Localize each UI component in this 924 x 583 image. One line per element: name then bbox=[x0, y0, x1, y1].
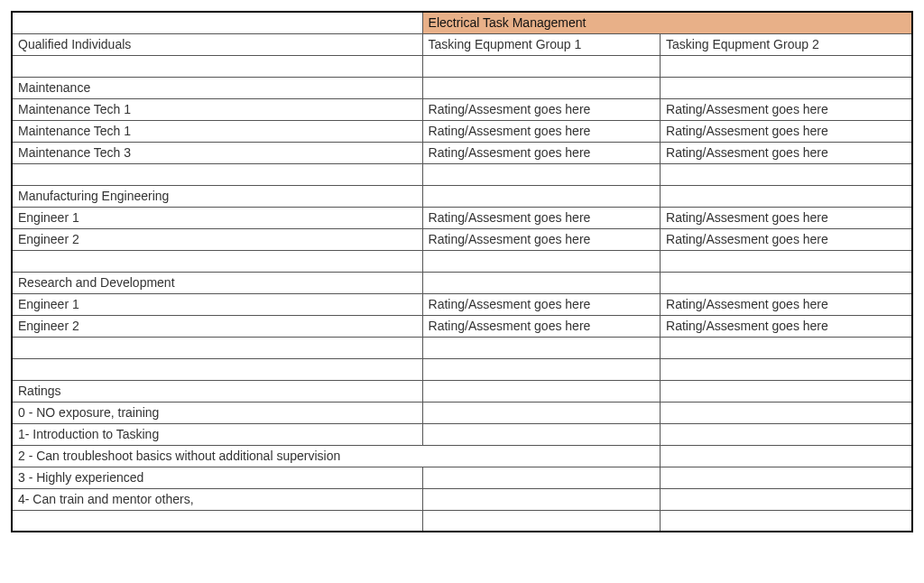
rating-cell: Rating/Assesment goes here bbox=[422, 315, 660, 337]
rating-cell: Rating/Assesment goes here bbox=[661, 293, 912, 315]
left-header: Qualified Individuals bbox=[12, 33, 422, 55]
person-name: Maintenance Tech 1 bbox=[12, 120, 422, 142]
skills-matrix-table: Electrical Task Management Qualified Ind… bbox=[11, 11, 913, 532]
section-title-maintenance: Maintenance bbox=[12, 77, 422, 98]
main-title: Electrical Task Management bbox=[422, 12, 912, 33]
blank-row bbox=[12, 358, 912, 380]
blank-row bbox=[12, 55, 912, 77]
rating-cell: Rating/Assesment goes here bbox=[422, 98, 660, 120]
group1-header: Tasking Equpment Group 1 bbox=[422, 33, 660, 55]
rating-2: 2 - Can troubleshoot basics without addi… bbox=[12, 445, 661, 467]
table-row: Maintenance Tech 1 Rating/Assesment goes… bbox=[12, 120, 912, 142]
header-empty-cell bbox=[12, 12, 422, 33]
rating-cell: Rating/Assesment goes here bbox=[661, 315, 912, 337]
section-title-mfg-eng: Manufacturing Engineering bbox=[12, 185, 422, 207]
person-name: Engineer 2 bbox=[12, 315, 422, 337]
table-row: Maintenance Tech 1 Rating/Assesment goes… bbox=[12, 98, 912, 120]
rating-cell: Rating/Assesment goes here bbox=[661, 142, 912, 163]
rating-cell: Rating/Assesment goes here bbox=[422, 120, 660, 142]
table-row: Engineer 2 Rating/Assesment goes here Ra… bbox=[12, 228, 912, 250]
rating-1: 1- Introduction to Tasking bbox=[12, 423, 422, 445]
section-title-rnd: Research and Development bbox=[12, 272, 422, 293]
blank-row bbox=[12, 337, 912, 358]
rating-cell: Rating/Assesment goes here bbox=[661, 120, 912, 142]
person-name: Maintenance Tech 3 bbox=[12, 142, 422, 163]
rating-4: 4- Can train and mentor others, bbox=[12, 488, 422, 510]
rating-0: 0 - NO exposure, training bbox=[12, 402, 422, 423]
rating-3: 3 - Highly experienced bbox=[12, 467, 422, 488]
person-name: Engineer 1 bbox=[12, 293, 422, 315]
person-name: Engineer 2 bbox=[12, 228, 422, 250]
rating-cell: Rating/Assesment goes here bbox=[422, 228, 660, 250]
group2-header: Tasking Equpment Group 2 bbox=[661, 33, 912, 55]
blank-row bbox=[12, 163, 912, 185]
rating-cell: Rating/Assesment goes here bbox=[422, 207, 660, 228]
person-name: Engineer 1 bbox=[12, 207, 422, 228]
rating-cell: Rating/Assesment goes here bbox=[661, 207, 912, 228]
table-row: Engineer 1 Rating/Assesment goes here Ra… bbox=[12, 207, 912, 228]
ratings-title: Ratings bbox=[12, 380, 422, 402]
table-row: Maintenance Tech 3 Rating/Assesment goes… bbox=[12, 142, 912, 163]
blank-row bbox=[12, 510, 912, 532]
rating-cell: Rating/Assesment goes here bbox=[422, 142, 660, 163]
rating-cell: Rating/Assesment goes here bbox=[661, 228, 912, 250]
person-name: Maintenance Tech 1 bbox=[12, 98, 422, 120]
rating-cell: Rating/Assesment goes here bbox=[661, 98, 912, 120]
rating-cell: Rating/Assesment goes here bbox=[422, 293, 660, 315]
table-row: Engineer 2 Rating/Assesment goes here Ra… bbox=[12, 315, 912, 337]
blank-row bbox=[12, 250, 912, 272]
table-row: Engineer 1 Rating/Assesment goes here Ra… bbox=[12, 293, 912, 315]
